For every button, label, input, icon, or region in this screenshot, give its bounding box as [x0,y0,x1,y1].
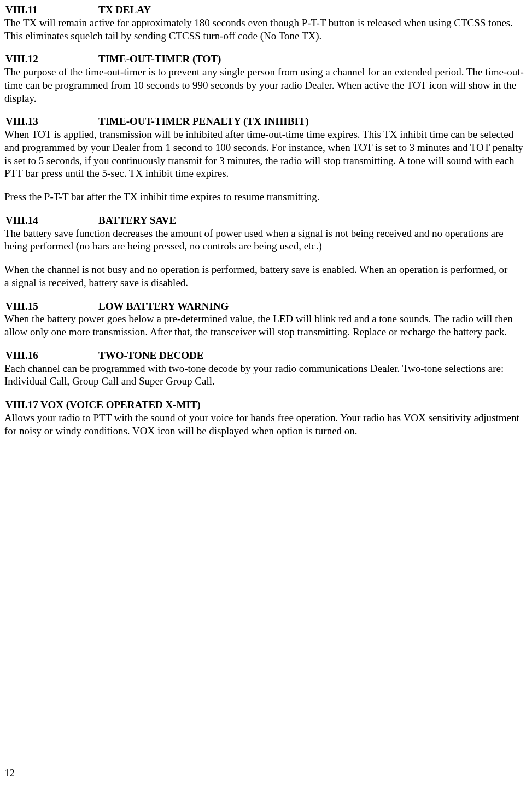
body-text: Allows your radio to PTT with the sound … [4,411,528,438]
section-number: VIII.15 [4,300,98,313]
body-text: Each channel can be programmed with two-… [4,362,528,388]
section-heading: VIII.15LOW BATTERY WARNING [4,300,528,313]
body-text: The battery save function decreases the … [4,227,528,253]
section-title: TIME-OUT-TIMER (TOT) [98,53,221,65]
body-text: The purpose of the time-out-timer is to … [4,66,528,104]
page-number: 12 [4,766,15,780]
section-number: VIII.14 [4,214,98,227]
body-text: Press the P-T-T bar after the TX inhibit… [4,190,528,203]
body-text: This eliminates squelch tail by sending … [4,30,528,43]
section-title: LOW BATTERY WARNING [98,300,229,312]
section-title: BATTERY SAVE [98,214,176,226]
section-title: TIME-OUT-TIMER PENALTY (TX INHIBIT) [98,115,309,127]
section-heading: VIII.13TIME-OUT-TIMER PENALTY (TX INHIBI… [4,115,528,128]
section-heading: VIII.12TIME-OUT-TIMER (TOT) [4,53,528,66]
section-number: VIII.13 [4,115,98,128]
body-text: The TX will remain active for approximat… [4,16,528,30]
body-text: When the channel is not busy and no oper… [4,263,528,276]
body-text: a signal is received, battery save is di… [4,276,528,289]
section-heading: VIII.16TWO-TONE DECODE [4,349,528,362]
section-number: VIII.16 [4,349,98,362]
section-heading: VIII.17 VOX (VOICE OPERATED X-MIT) [4,398,528,411]
section-number: VIII.12 [4,53,98,66]
section-heading: VIII.11TX DELAY [4,3,528,16]
section-number: VIII.11 [4,3,98,16]
section-title: TX DELAY [98,4,151,15]
section-heading: VIII.14BATTERY SAVE [4,214,528,227]
body-text: When TOT is applied, transmission will b… [4,128,528,167]
body-text: When the battery power goes below a pre-… [4,312,528,339]
body-text: PTT bar press until the 5-sec. TX inhibi… [4,167,528,180]
section-title: TWO-TONE DECODE [98,350,203,361]
